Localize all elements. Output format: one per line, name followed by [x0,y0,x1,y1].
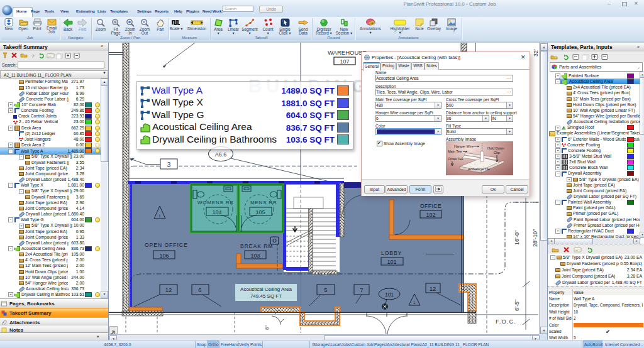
svg-text:6": 6" [264,325,270,330]
svg-text:MENS RR: MENS RR [250,200,277,205]
svg-text:32’: 32’ [533,49,539,57]
svg-text:WOMENS RR: WOMENS RR [197,200,234,205]
svg-text:16’-0”: 16’-0” [514,231,520,245]
svg-text:Cross Tee: Cross Tee [448,157,464,161]
svg-text:102: 102 [426,212,435,218]
svg-text:3: 3 [167,161,171,168]
svg-text:Main Tee: Main Tee [448,150,462,153]
svg-text:Acoustical Tile: Acoustical Tile [468,167,490,171]
svg-text:F.O.C.: F.O.C. [496,318,516,325]
svg-text:ABC: ABC [370,21,375,25]
svg-text:106: 106 [159,253,169,259]
svg-text:107: 107 [340,58,349,65]
svg-text:Hold Down: Hold Down [487,146,504,150]
svg-text:BREAK RM: BREAK RM [240,243,273,249]
svg-text:12: 12 [165,286,172,293]
svg-text:7: 7 [360,286,363,293]
svg-text:12: 12 [430,285,436,292]
svg-text:Acoustical Ceiling Area: Acoustical Ceiling Area [240,286,292,292]
svg-text:Clip: Clip [494,151,499,155]
svg-text:28’-10”: 28’-10” [532,229,538,247]
svg-text:105: 105 [255,209,265,215]
svg-text:Hanger Wire: Hanger Wire [454,144,474,148]
svg-text:749.45 SQ FT: 749.45 SQ FT [250,293,282,299]
svg-text:101: 101 [385,291,394,298]
svg-text:LOBBY: LOBBY [381,250,402,256]
svg-text:6: 6 [198,286,201,293]
svg-text:OFFICE: OFFICE [420,203,441,209]
svg-text:101: 101 [387,259,396,265]
svg-text:OPEN OFFICE: OPEN OFFICE [145,242,188,248]
svg-text:104: 104 [212,209,221,215]
svg-text:?: ? [31,53,35,59]
svg-text:5: 5 [324,286,327,293]
svg-text:103: 103 [250,253,260,259]
svg-text:A6.6: A6.6 [215,151,227,158]
svg-text:6’-5”: 6’-5” [514,300,520,311]
